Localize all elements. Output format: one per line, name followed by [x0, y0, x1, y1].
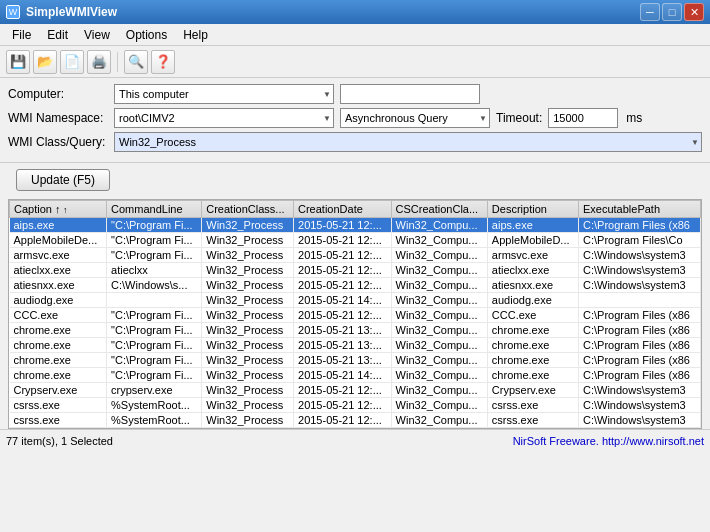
table-cell: chrome.exe	[10, 338, 107, 353]
table-cell: Win32_Process	[202, 383, 294, 398]
col-caption[interactable]: Caption ↑	[10, 201, 107, 218]
table-cell: Win32_Process	[202, 353, 294, 368]
table-cell: chrome.exe	[10, 368, 107, 383]
table-cell: 2015-05-21 12:...	[294, 263, 392, 278]
table-row[interactable]: chrome.exe"C:\Program Fi...Win32_Process…	[10, 353, 701, 368]
table-cell: CCC.exe	[487, 308, 578, 323]
table-cell: 2015-05-21 13:...	[294, 323, 392, 338]
toolbar-help[interactable]: ❓	[151, 50, 175, 74]
table-cell: Win32_Compu...	[391, 248, 487, 263]
menu-file[interactable]: File	[4, 26, 39, 44]
table-cell: C:\Windows\system3	[578, 263, 700, 278]
table-cell: csrss.exe	[10, 398, 107, 413]
table-row[interactable]: atieclxx.exeatieclxxWin32_Process2015-05…	[10, 263, 701, 278]
menu-edit[interactable]: Edit	[39, 26, 76, 44]
table-row[interactable]: chrome.exe"C:\Program Fi...Win32_Process…	[10, 323, 701, 338]
class-row: WMI Class/Query: Win32_Process	[8, 132, 702, 152]
table-cell: Win32_Process	[202, 338, 294, 353]
maximize-button[interactable]: □	[662, 3, 682, 21]
timeout-label: Timeout:	[496, 111, 542, 125]
query-mode-select[interactable]: Asynchronous Query	[340, 108, 490, 128]
table-cell: %SystemRoot...	[107, 398, 202, 413]
computer-label: Computer:	[8, 87, 108, 101]
toolbar-copy[interactable]: 📄	[60, 50, 84, 74]
table-row[interactable]: chrome.exe"C:\Program Fi...Win32_Process…	[10, 368, 701, 383]
col-cscreation[interactable]: CSCreationCla...	[391, 201, 487, 218]
table-cell: Win32_Compu...	[391, 323, 487, 338]
table-cell: 2015-05-21 14:...	[294, 368, 392, 383]
col-executablepath[interactable]: ExecutablePath	[578, 201, 700, 218]
table-cell: "C:\Program Fi...	[107, 323, 202, 338]
menu-options[interactable]: Options	[118, 26, 175, 44]
table-cell: 2015-05-21 12:...	[294, 278, 392, 293]
toolbar-print[interactable]: 🖨️	[87, 50, 111, 74]
status-count: 77 item(s), 1 Selected	[6, 435, 113, 447]
table-row[interactable]: csrss.exe%SystemRoot...Win32_Process2015…	[10, 398, 701, 413]
table-row[interactable]: atiesnxx.exeC:\Windows\s...Win32_Process…	[10, 278, 701, 293]
table-cell: "C:\Program Fi...	[107, 353, 202, 368]
timeout-input[interactable]: 15000	[548, 108, 618, 128]
table-container[interactable]: Caption ↑ CommandLine CreationClass... C…	[8, 199, 702, 429]
table-cell: 2015-05-21 14:...	[294, 293, 392, 308]
table-cell: Win32_Compu...	[391, 218, 487, 233]
table-row[interactable]: Crypserv.execrypserv.exeWin32_Process201…	[10, 383, 701, 398]
table-cell: Win32_Compu...	[391, 308, 487, 323]
table-cell: Win32_Compu...	[391, 353, 487, 368]
computer-select[interactable]: This computer	[114, 84, 334, 104]
namespace-select[interactable]: root\CIMV2	[114, 108, 334, 128]
table-cell: C:\Windows\system3	[578, 248, 700, 263]
col-description[interactable]: Description	[487, 201, 578, 218]
col-creationdate[interactable]: CreationDate	[294, 201, 392, 218]
table-cell: Win32_Compu...	[391, 398, 487, 413]
toolbar-open[interactable]: 📂	[33, 50, 57, 74]
table-cell: 2015-05-21 13:...	[294, 353, 392, 368]
class-select[interactable]: Win32_Process	[114, 132, 702, 152]
table-cell: atieclxx	[107, 263, 202, 278]
table-cell: chrome.exe	[487, 353, 578, 368]
table-cell: chrome.exe	[487, 338, 578, 353]
table-row[interactable]: aips.exe"C:\Program Fi...Win32_Process20…	[10, 218, 701, 233]
table-cell: Win32_Process	[202, 323, 294, 338]
menu-bar: File Edit View Options Help	[0, 24, 710, 46]
table-cell: 2015-05-21 12:...	[294, 233, 392, 248]
close-button[interactable]: ✕	[684, 3, 704, 21]
namespace-label: WMI Namespace:	[8, 111, 108, 125]
computer-input[interactable]	[340, 84, 480, 104]
col-creationclass[interactable]: CreationClass...	[202, 201, 294, 218]
table-cell: C:\Program Files (x86	[578, 353, 700, 368]
computer-row: Computer: This computer	[8, 84, 702, 104]
table-cell: Win32_Compu...	[391, 278, 487, 293]
toolbar-save[interactable]: 💾	[6, 50, 30, 74]
table-row[interactable]: AppleMobileDe..."C:\Program Fi...Win32_P…	[10, 233, 701, 248]
table-cell: 2015-05-21 13:...	[294, 338, 392, 353]
table-header-row: Caption ↑ CommandLine CreationClass... C…	[10, 201, 701, 218]
table-cell: chrome.exe	[10, 353, 107, 368]
table-row[interactable]: armsvc.exe"C:\Program Fi...Win32_Process…	[10, 248, 701, 263]
table-cell: Win32_Process	[202, 233, 294, 248]
menu-view[interactable]: View	[76, 26, 118, 44]
table-cell: chrome.exe	[10, 323, 107, 338]
table-row[interactable]: csrss.exe%SystemRoot...Win32_Process2015…	[10, 413, 701, 428]
table-row[interactable]: chrome.exe"C:\Program Fi...Win32_Process…	[10, 338, 701, 353]
table-cell: 2015-05-21 12:...	[294, 398, 392, 413]
table-row[interactable]: audiodg.exeWin32_Process2015-05-21 14:..…	[10, 293, 701, 308]
table-row[interactable]: CCC.exe"C:\Program Fi...Win32_Process201…	[10, 308, 701, 323]
data-table: Caption ↑ CommandLine CreationClass... C…	[9, 200, 701, 428]
menu-help[interactable]: Help	[175, 26, 216, 44]
minimize-button[interactable]: ─	[640, 3, 660, 21]
table-cell: Win32_Process	[202, 368, 294, 383]
toolbar-search[interactable]: 🔍	[124, 50, 148, 74]
nirsoft-link[interactable]: NirSoft Freeware. http://www.nirsoft.net	[513, 435, 704, 447]
table-cell: CCC.exe	[10, 308, 107, 323]
update-button[interactable]: Update (F5)	[16, 169, 110, 191]
table-cell: "C:\Program Fi...	[107, 233, 202, 248]
table-cell: crypserv.exe	[107, 383, 202, 398]
table-cell: csrss.exe	[487, 413, 578, 428]
nirsoft-url[interactable]: http://www.nirsoft.net	[602, 435, 704, 447]
col-commandline[interactable]: CommandLine	[107, 201, 202, 218]
table-cell: Win32_Process	[202, 308, 294, 323]
table-body: aips.exe"C:\Program Fi...Win32_Process20…	[10, 218, 701, 428]
table-cell: AppleMobileDe...	[10, 233, 107, 248]
table-cell: audiodg.exe	[487, 293, 578, 308]
class-label: WMI Class/Query:	[8, 135, 108, 149]
